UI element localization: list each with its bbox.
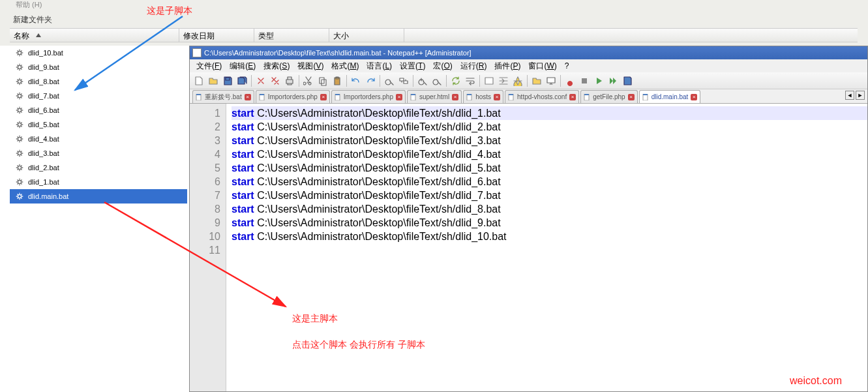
folder-icon[interactable] (530, 74, 543, 87)
save-macro-icon[interactable] (621, 74, 634, 87)
cut-icon[interactable] (302, 74, 315, 87)
close-icon[interactable] (254, 74, 267, 87)
save-all-icon[interactable] (235, 74, 248, 87)
menu-item[interactable]: 语言(L) (363, 61, 396, 72)
code-area[interactable]: 1234567891011 start C:\Users\Administrat… (190, 104, 867, 391)
menu-item[interactable]: 搜索(S) (260, 61, 293, 72)
help-menu[interactable]: 帮助 (H) (16, 0, 42, 10)
column-modified[interactable]: 修改日期 (179, 29, 254, 42)
file-row[interactable]: dlid_7.bat (10, 89, 187, 103)
file-row[interactable]: dlid_6.bat (10, 103, 187, 117)
column-name[interactable]: 名称 (10, 29, 179, 42)
window-title-bar[interactable]: C:\Users\Administrator\Desktop\fileText\… (190, 46, 867, 59)
fast-icon[interactable] (606, 74, 620, 87)
show-chars-icon[interactable] (483, 74, 496, 87)
stop-icon[interactable] (578, 74, 591, 87)
menu-item[interactable]: 格式(M) (327, 61, 363, 72)
bat-file-icon (15, 120, 24, 129)
editor-tab[interactable]: super.html× (407, 90, 462, 103)
find-icon[interactable] (383, 74, 396, 87)
code-lines[interactable]: start C:\Users\Administrator\Desktop\fil… (226, 104, 867, 391)
code-line[interactable]: start C:\Users\Administrator\Desktop\fil… (232, 202, 867, 216)
toolbar (190, 72, 867, 89)
code-line[interactable]: start C:\Users\Administrator\Desktop\fil… (232, 230, 867, 243)
code-line[interactable]: start C:\Users\Administrator\Desktop\fil… (232, 175, 867, 188)
menu-item[interactable]: 文件(F) (192, 61, 226, 72)
zoom-out-icon[interactable] (430, 74, 443, 87)
undo-icon[interactable] (350, 74, 363, 87)
editor-tab[interactable]: Importorders.php× (331, 90, 406, 103)
replace-icon[interactable] (397, 74, 410, 87)
menu-item[interactable]: ? (561, 61, 573, 70)
file-row[interactable]: dlid.main.bat (10, 189, 187, 204)
tab-close-button[interactable]: × (569, 94, 576, 100)
svg-rect-18 (411, 94, 415, 95)
file-row[interactable]: dlid_2.bat (10, 160, 187, 175)
open-icon[interactable] (207, 74, 220, 87)
file-row[interactable]: dlid_3.bat (10, 146, 187, 160)
close-all-icon[interactable] (269, 74, 282, 87)
monitor-icon[interactable] (545, 74, 558, 87)
tab-label: hosts (475, 93, 491, 100)
paste-icon[interactable] (331, 74, 344, 87)
file-row[interactable]: dlid_4.bat (10, 132, 187, 146)
code-line[interactable]: start C:\Users\Administrator\Desktop\fil… (232, 161, 867, 175)
file-row[interactable]: dlid_8.bat (10, 74, 187, 89)
file-row[interactable]: dlid_9.bat (10, 60, 187, 74)
lang-icon[interactable] (511, 74, 524, 87)
column-size[interactable]: 大小 (329, 29, 404, 42)
new-folder-button[interactable]: 新建文件夹 (13, 14, 52, 25)
tab-close-button[interactable]: × (320, 94, 327, 100)
play-icon[interactable] (592, 74, 605, 87)
bat-file-icon (15, 163, 24, 172)
copy-icon[interactable] (316, 74, 329, 87)
tab-close-button[interactable]: × (245, 94, 251, 100)
file-tab-icon (410, 94, 417, 100)
save-icon[interactable] (221, 74, 234, 87)
wrap-icon[interactable] (464, 74, 477, 87)
code-line[interactable]: start C:\Users\Administrator\Desktop\fil… (232, 134, 867, 147)
file-row[interactable]: dlid_10.bat (10, 46, 187, 60)
svg-point-9 (18, 180, 21, 183)
code-line[interactable]: start C:\Users\Administrator\Desktop\fil… (232, 120, 867, 134)
code-line[interactable] (232, 243, 867, 257)
editor-tab[interactable]: 重新拨号.bat× (192, 90, 254, 103)
menu-item[interactable]: 窗口(W) (524, 61, 560, 72)
editor-tab[interactable]: getFile.php× (580, 90, 637, 103)
tab-close-button[interactable]: × (396, 94, 402, 100)
menu-item[interactable]: 宏(O) (429, 61, 456, 72)
tab-prev-button[interactable]: ◄ (845, 91, 854, 100)
file-row[interactable]: dlid_5.bat (10, 117, 187, 132)
code-line[interactable]: start C:\Users\Administrator\Desktop\fil… (232, 188, 867, 202)
file-row[interactable]: dlid_1.bat (10, 175, 187, 189)
code-line[interactable]: start C:\Users\Administrator\Desktop\fil… (232, 147, 867, 161)
menu-bar: 文件(F)编辑(E)搜索(S)视图(V)格式(M)语言(L)设置(T)宏(O)运… (190, 59, 867, 72)
menu-item[interactable]: 设置(T) (396, 61, 429, 72)
tab-close-button[interactable]: × (628, 94, 635, 100)
svg-point-2 (18, 80, 21, 83)
print-icon[interactable] (283, 74, 296, 87)
editor-tab[interactable]: hosts× (463, 90, 503, 103)
code-line[interactable]: start C:\Users\Administrator\Desktop\fil… (232, 216, 867, 230)
menu-item[interactable]: 运行(R) (456, 61, 491, 72)
code-line[interactable]: start C:\Users\Administrator\Desktop\fil… (232, 106, 867, 120)
svg-point-0 (18, 51, 21, 54)
menu-item[interactable]: 视图(V) (293, 61, 327, 72)
indent-icon[interactable] (497, 74, 510, 87)
editor-tab[interactable]: dlid.main.bat× (639, 90, 701, 103)
menu-item[interactable]: 插件(P) (490, 61, 524, 72)
new-file-icon[interactable] (192, 74, 205, 87)
tab-close-button[interactable]: × (452, 94, 458, 100)
sync-icon[interactable] (449, 74, 462, 87)
zoom-in-icon[interactable] (416, 74, 429, 87)
record-icon[interactable] (563, 74, 576, 87)
redo-icon[interactable] (364, 74, 377, 87)
tab-next-button[interactable]: ► (856, 91, 865, 100)
editor-tab[interactable]: httpd-vhosts.conf× (505, 90, 579, 103)
tab-close-button[interactable]: × (691, 94, 697, 100)
tab-close-button[interactable]: × (494, 94, 500, 100)
svg-point-8 (18, 166, 21, 169)
column-type[interactable]: 类型 (254, 29, 329, 42)
editor-tab[interactable]: Importorders.php× (256, 90, 330, 103)
menu-item[interactable]: 编辑(E) (226, 61, 260, 72)
